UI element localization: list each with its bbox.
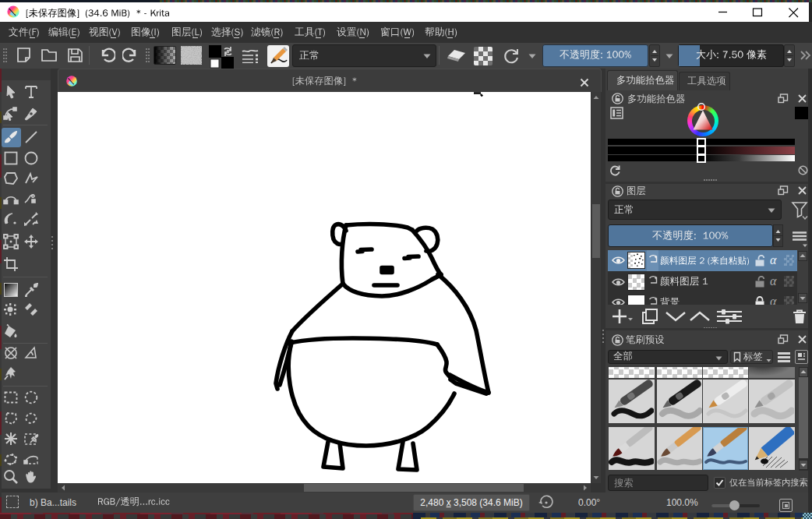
svg-text:α: α bbox=[770, 254, 777, 267]
svg-text:α: α bbox=[770, 295, 777, 305]
svg-text:α: α bbox=[770, 275, 777, 288]
